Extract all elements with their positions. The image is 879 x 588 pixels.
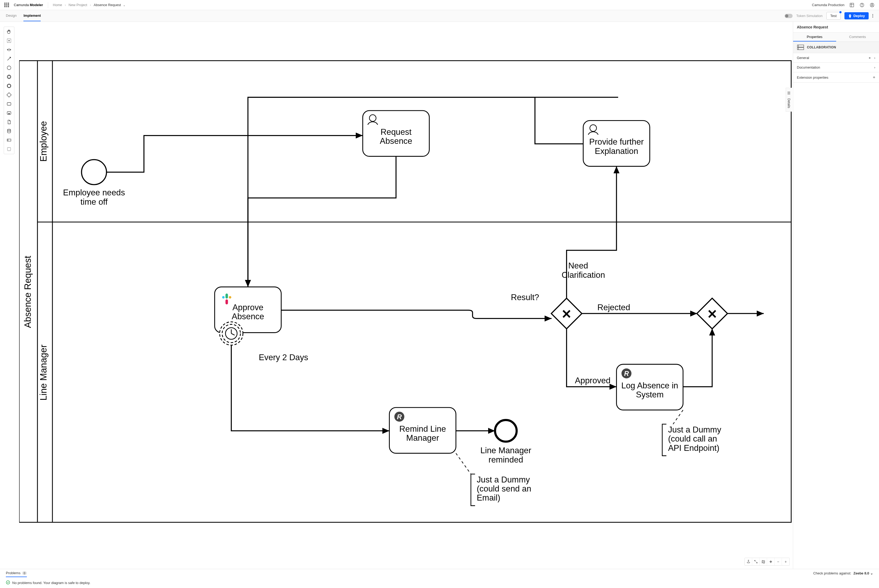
collaboration-icon: [797, 44, 804, 50]
task-icon[interactable]: [6, 101, 12, 107]
token-simulation-toggle[interactable]: [784, 14, 793, 18]
panel-tab-properties[interactable]: Properties: [793, 33, 836, 42]
gateway-icon[interactable]: [6, 92, 12, 98]
association: [456, 453, 471, 474]
svg-rect-0: [850, 3, 854, 7]
chevron-right-icon: ›: [65, 3, 66, 7]
element-type-label: COLLABORATION: [807, 45, 836, 49]
task-remind-manager-label: Remind LineManager: [399, 424, 446, 442]
fullscreen-icon[interactable]: [752, 558, 760, 566]
svg-point-22: [8, 129, 10, 130]
flow-clarification-label: NeedClarification: [561, 261, 605, 279]
element-type-row: COLLABORATION: [793, 42, 879, 53]
fit-viewport-icon[interactable]: [767, 558, 774, 566]
environment-label[interactable]: Camunda Production: [812, 3, 844, 7]
properties-panel: Absence Request Properties Comments COLL…: [793, 22, 879, 569]
zoom-in-icon[interactable]: +: [782, 558, 789, 566]
connect-tool-icon[interactable]: [6, 56, 12, 62]
zoom-out-icon[interactable]: −: [774, 558, 782, 566]
section-general[interactable]: General ›: [793, 53, 879, 63]
svg-line-11: [8, 57, 10, 60]
engine-selector[interactable]: Zeebe 8.0 ⌄: [854, 571, 873, 575]
chevron-right-icon: ›: [874, 56, 875, 60]
timer-label: Every 2 Days: [259, 353, 308, 362]
flow-request-to-approve[interactable]: [248, 156, 396, 287]
plus-icon[interactable]: +: [873, 75, 875, 80]
task-request-absence-label: RequestAbsence: [380, 128, 412, 146]
breadcrumb-current[interactable]: Absence Request ⌄: [94, 3, 125, 7]
tab-design[interactable]: Design: [6, 10, 16, 21]
test-button[interactable]: Test: [826, 12, 841, 20]
svg-point-52: [748, 560, 749, 561]
help-icon[interactable]: [860, 2, 865, 8]
section-extension[interactable]: Extension properties +: [793, 72, 879, 82]
flow-approve-to-gateway[interactable]: [281, 310, 552, 318]
section-documentation[interactable]: Documentation ›: [793, 63, 879, 72]
modified-dot-icon: [869, 57, 870, 59]
minimap-icon[interactable]: [760, 558, 767, 566]
end-event-reminded-label: Line Managerreminded: [480, 446, 531, 464]
chevron-down-icon: ⌄: [870, 571, 873, 575]
flow-approved-label: Approved: [575, 376, 610, 385]
app-menu-icon[interactable]: [4, 3, 9, 8]
space-tool-icon[interactable]: [6, 46, 12, 53]
chevron-right-icon: ›: [90, 3, 91, 7]
svg-point-15: [8, 84, 11, 88]
mode-bar: Design Implement Token Simulation Test D…: [0, 10, 879, 22]
tool-palette: [4, 27, 14, 154]
deploy-button[interactable]: Deploy: [844, 12, 868, 20]
breadcrumb: Home › New Project › Absence Request ⌄: [53, 3, 125, 7]
flow-start-to-request[interactable]: [106, 136, 363, 172]
data-store-icon[interactable]: [6, 128, 12, 134]
data-object-icon[interactable]: [6, 119, 12, 125]
start-event[interactable]: [82, 160, 106, 185]
hand-tool-icon[interactable]: [6, 28, 12, 35]
breadcrumb-project[interactable]: New Project: [69, 3, 87, 7]
more-menu-icon[interactable]: [872, 14, 873, 18]
svg-text:R: R: [624, 370, 629, 377]
end-event-reminded[interactable]: [495, 420, 517, 441]
brand-suffix: Modeler: [30, 3, 43, 7]
end-event-icon[interactable]: [6, 82, 12, 89]
group-icon[interactable]: [6, 146, 12, 152]
start-event-icon[interactable]: [6, 64, 12, 71]
lane-manager-label: Line Manager: [38, 345, 48, 400]
details-drawer[interactable]: Details: [786, 88, 792, 112]
details-label: Details: [787, 98, 791, 108]
flow-log-to-merge[interactable]: [683, 328, 712, 387]
text-annotation-bracket: [662, 424, 666, 456]
breadcrumb-home[interactable]: Home: [53, 3, 62, 7]
association: [673, 410, 683, 424]
start-event-label: Employee needstime off: [63, 188, 125, 206]
problems-message: No problems found. Your diagram is safe …: [12, 581, 90, 585]
task-approve-absence-label: ApproveAbsence: [232, 303, 264, 321]
svg-text:✕: ✕: [561, 307, 572, 321]
diagram-canvas[interactable]: Absence Request Employee Line Manager Em…: [19, 27, 793, 569]
svg-rect-16: [7, 93, 11, 97]
bpmn-diagram[interactable]: Absence Request Employee Line Manager Em…: [19, 27, 793, 569]
svg-rect-32: [222, 296, 224, 298]
intermediate-event-icon[interactable]: [6, 74, 12, 80]
panel-tab-comments[interactable]: Comments: [836, 33, 879, 42]
problems-content: No problems found. Your diagram is safe …: [0, 578, 879, 588]
gateway-result-label: Result?: [511, 292, 539, 302]
flow-rejected-label: Rejected: [597, 303, 630, 312]
tab-implement[interactable]: Implement: [23, 10, 40, 21]
canvas-controls: − +: [744, 558, 790, 566]
svg-rect-25: [8, 147, 10, 151]
check-against-label: Check problems against:: [813, 571, 851, 575]
expanded-subprocess-icon[interactable]: [6, 110, 12, 116]
svg-rect-34: [229, 296, 231, 298]
user-icon[interactable]: [869, 2, 875, 8]
flow-timer-to-remind[interactable]: [231, 345, 390, 430]
participant-icon[interactable]: [6, 137, 12, 143]
grid-icon[interactable]: [849, 2, 855, 8]
reset-view-icon[interactable]: [745, 558, 752, 566]
problems-tab[interactable]: Problems 0: [6, 569, 27, 577]
text-annotation-bracket: [471, 474, 475, 506]
svg-point-12: [7, 66, 11, 70]
problems-count-badge: 0: [22, 571, 27, 575]
pool-label: Absence Request: [22, 256, 33, 328]
lasso-tool-icon[interactable]: [6, 38, 12, 44]
svg-rect-33: [225, 294, 228, 298]
